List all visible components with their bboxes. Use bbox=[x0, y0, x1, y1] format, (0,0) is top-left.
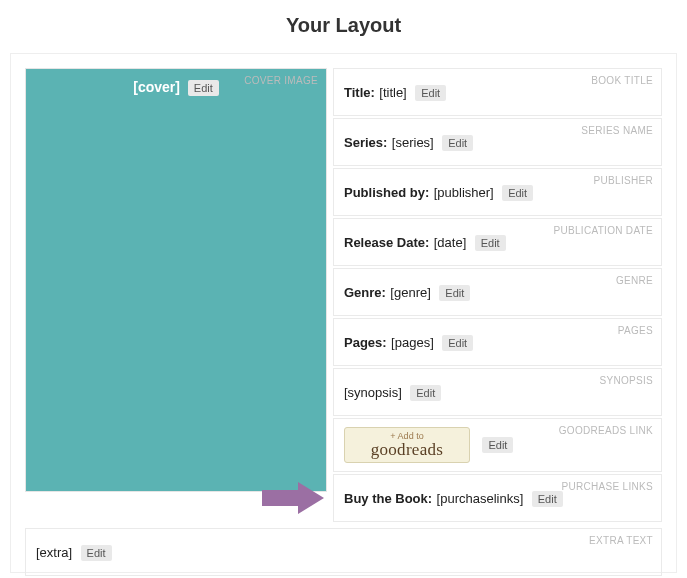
section-tag-series: SERIES NAME bbox=[581, 125, 653, 136]
edit-publisher-button[interactable]: Edit bbox=[502, 185, 533, 201]
layout-card: COVER IMAGE [cover] Edit BOOK TITLE Titl… bbox=[10, 53, 677, 573]
purchase-value: [purchaselinks] bbox=[437, 491, 524, 506]
edit-genre-button[interactable]: Edit bbox=[439, 285, 470, 301]
publisher-label: Published by: bbox=[344, 185, 429, 200]
title-block[interactable]: BOOK TITLE Title: [title] Edit bbox=[333, 68, 662, 116]
pages-value: [pages] bbox=[391, 335, 434, 350]
svg-marker-0 bbox=[262, 482, 324, 514]
edit-extra-button[interactable]: Edit bbox=[81, 545, 112, 561]
cover-image-block[interactable]: COVER IMAGE [cover] Edit bbox=[25, 68, 327, 492]
date-block[interactable]: PUBLICATION DATE Release Date: [date] Ed… bbox=[333, 218, 662, 266]
section-tag-purchase: PURCHASE LINKS bbox=[562, 481, 653, 492]
section-tag-publisher: PUBLISHER bbox=[594, 175, 653, 186]
genre-block[interactable]: GENRE Genre: [genre] Edit bbox=[333, 268, 662, 316]
edit-synopsis-button[interactable]: Edit bbox=[410, 385, 441, 401]
extra-block[interactable]: EXTRA TEXT [extra] Edit bbox=[25, 528, 662, 576]
goodreads-brand-text: goodreads bbox=[371, 440, 444, 459]
series-block[interactable]: SERIES NAME Series: [series] Edit bbox=[333, 118, 662, 166]
arrow-right-icon bbox=[262, 482, 324, 514]
section-tag-extra: EXTRA TEXT bbox=[589, 535, 653, 546]
edit-cover-button[interactable]: Edit bbox=[188, 80, 219, 96]
extra-value: [extra] bbox=[36, 545, 72, 560]
edit-title-button[interactable]: Edit bbox=[415, 85, 446, 101]
pages-block[interactable]: PAGES Pages: [pages] Edit bbox=[333, 318, 662, 366]
edit-date-button[interactable]: Edit bbox=[475, 235, 506, 251]
synopsis-block[interactable]: SYNOPSIS [synopsis] Edit bbox=[333, 368, 662, 416]
publisher-value: [publisher] bbox=[434, 185, 494, 200]
genre-label: Genre: bbox=[344, 285, 386, 300]
date-value: [date] bbox=[434, 235, 467, 250]
section-tag-pages: PAGES bbox=[618, 325, 653, 336]
right-column: BOOK TITLE Title: [title] Edit SERIES NA… bbox=[333, 68, 662, 522]
series-label: Series: bbox=[344, 135, 387, 150]
edit-pages-button[interactable]: Edit bbox=[442, 335, 473, 351]
section-tag-synopsis: SYNOPSIS bbox=[599, 375, 653, 386]
cover-placeholder: [cover] bbox=[133, 79, 180, 95]
synopsis-value: [synopsis] bbox=[344, 385, 402, 400]
title-label: Title: bbox=[344, 85, 375, 100]
title-value: [title] bbox=[379, 85, 406, 100]
goodreads-block[interactable]: GOODREADS LINK + Add to goodreads Edit bbox=[333, 418, 662, 472]
edit-purchase-button[interactable]: Edit bbox=[532, 491, 563, 507]
section-tag-genre: GENRE bbox=[616, 275, 653, 286]
pages-label: Pages: bbox=[344, 335, 387, 350]
edit-series-button[interactable]: Edit bbox=[442, 135, 473, 151]
section-tag-title: BOOK TITLE bbox=[591, 75, 653, 86]
page-title: Your Layout bbox=[0, 0, 687, 47]
goodreads-add-button[interactable]: + Add to goodreads bbox=[344, 427, 470, 463]
publisher-block[interactable]: PUBLISHER Published by: [publisher] Edit bbox=[333, 168, 662, 216]
purchase-label: Buy the Book: bbox=[344, 491, 432, 506]
date-label: Release Date: bbox=[344, 235, 429, 250]
series-value: [series] bbox=[392, 135, 434, 150]
section-tag-goodreads: GOODREADS LINK bbox=[559, 425, 653, 436]
edit-goodreads-button[interactable]: Edit bbox=[482, 437, 513, 453]
genre-value: [genre] bbox=[390, 285, 430, 300]
purchase-block[interactable]: PURCHASE LINKS Buy the Book: [purchaseli… bbox=[333, 474, 662, 522]
section-tag-date: PUBLICATION DATE bbox=[554, 225, 653, 236]
